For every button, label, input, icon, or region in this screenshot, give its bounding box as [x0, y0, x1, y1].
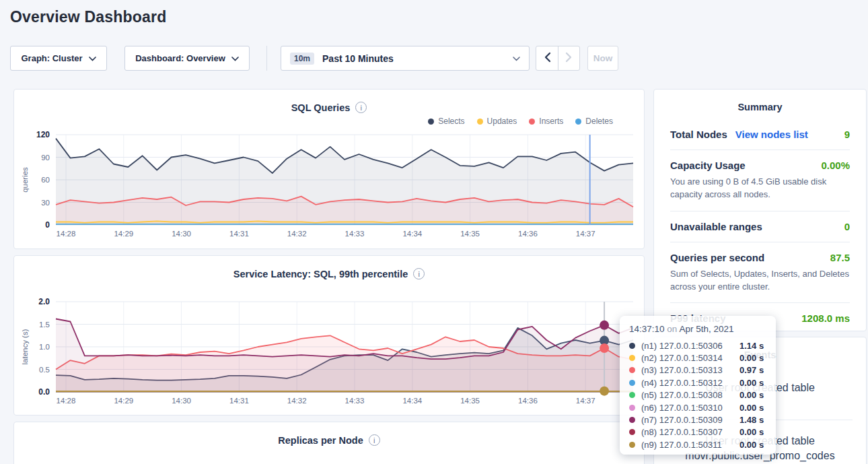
- summary-row: Queries per second87.5Sum of Selects, Up…: [670, 252, 850, 294]
- summary-panel: Summary Total NodesView nodes list9Capac…: [653, 89, 867, 331]
- page-title: Overview Dashboard: [10, 8, 166, 26]
- chevron-down-icon: [89, 53, 96, 63]
- time-range-badge: 10m: [290, 53, 314, 65]
- tooltip-row: (n8) 127.0.0.1:503070.00 s: [629, 426, 766, 438]
- next-range-button[interactable]: [558, 46, 579, 70]
- series-color-dot: [629, 380, 635, 386]
- tooltip-rows: (n1) 127.0.0.1:503061.14 s(n2) 127.0.0.1…: [629, 339, 766, 451]
- prev-range-button[interactable]: [536, 46, 558, 70]
- tooltip-node-label: (n2) 127.0.0.1:50314: [641, 353, 739, 363]
- tooltip-node-label: (n6) 127.0.0.1:50310: [641, 403, 739, 413]
- summary-row-top: Capacity Usage0.00%: [670, 160, 850, 171]
- tooltip-node-value: 0.97 s: [739, 365, 764, 375]
- service-latency-chart[interactable]: 14:2814:2914:3014:3114:3214:3314:3414:35…: [14, 256, 645, 416]
- summary-metric-value: 9: [844, 129, 850, 140]
- tooltip-row: (n5) 127.0.0.1:503080.00 s: [629, 389, 766, 401]
- chevron-right-icon: [565, 52, 573, 65]
- svg-text:0.0: 0.0: [38, 387, 50, 397]
- tooltip-node-value: 0.00 s: [739, 378, 764, 388]
- tooltip-row: (n6) 127.0.0.1:503100.00 s: [629, 401, 766, 413]
- summary-row: Unavailable ranges0: [670, 221, 850, 232]
- svg-text:14:28: 14:28: [57, 397, 76, 405]
- svg-text:1.5: 1.5: [39, 321, 50, 329]
- summary-divider: [670, 302, 850, 303]
- chart-title-text: Replicas per Node: [278, 435, 363, 446]
- svg-text:30: 30: [41, 199, 50, 207]
- summary-row-top: Total NodesView nodes list9: [670, 129, 850, 140]
- series-color-dot: [629, 392, 635, 398]
- summary-row: Capacity Usage0.00%You are using 0 B of …: [670, 160, 850, 201]
- tooltip-row: (n4) 127.0.0.1:503120.00 s: [629, 376, 766, 389]
- series-color-dot: [629, 429, 635, 435]
- tooltip-row: (n2) 127.0.0.1:503140.00 s: [629, 352, 766, 364]
- summary-divider: [670, 242, 850, 242]
- series-color-dot: [629, 405, 635, 411]
- svg-text:2.0: 2.0: [38, 297, 50, 306]
- tooltip-node-value: 0.00 s: [739, 427, 764, 437]
- summary-metric-label: Unavailable ranges: [670, 221, 762, 232]
- svg-text:14:32: 14:32: [287, 397, 307, 405]
- summary-metric-label: Total Nodes: [670, 129, 727, 140]
- tooltip-node-value: 0.00 s: [739, 390, 764, 400]
- svg-text:14:35: 14:35: [460, 230, 480, 238]
- summary-metric-desc: Sum of Selects, Updates, Inserts, and De…: [670, 268, 850, 294]
- series-color-dot: [629, 442, 635, 448]
- time-range-dropdown[interactable]: 10m Past 10 Minutes: [281, 46, 530, 71]
- svg-text:queries: queries: [21, 167, 29, 193]
- svg-text:14:31: 14:31: [229, 230, 249, 238]
- summary-row-top: Unavailable ranges0: [670, 221, 850, 232]
- chevron-down-icon: [231, 53, 239, 63]
- summary-row: Total NodesView nodes list9: [670, 129, 850, 140]
- svg-text:14:30: 14:30: [172, 397, 191, 405]
- service-latency-card: Service Latency: SQL, 99th percentile i …: [13, 255, 645, 416]
- svg-text:14:34: 14:34: [402, 230, 422, 238]
- tooltip-node-value: 0.00 s: [739, 403, 764, 413]
- tooltip-row: (n7) 127.0.0.1:503091.48 s: [629, 413, 766, 426]
- now-button[interactable]: Now: [587, 46, 618, 71]
- info-icon[interactable]: i: [369, 434, 380, 446]
- view-nodes-link[interactable]: View nodes list: [735, 129, 808, 140]
- summary-metric-value: 87.5: [830, 252, 850, 263]
- summary-rows: Total NodesView nodes list9Capacity Usag…: [670, 129, 850, 324]
- replicas-per-node-card: Replicas per Node i: [13, 422, 645, 464]
- summary-metric-value: 0: [844, 221, 850, 232]
- tooltip-on-word: on: [667, 324, 677, 334]
- svg-text:latency (s): latency (s): [21, 329, 29, 364]
- svg-text:14:33: 14:33: [345, 230, 365, 238]
- svg-text:14:37: 14:37: [576, 397, 595, 405]
- graph-dropdown[interactable]: Graph: Cluster: [10, 46, 107, 71]
- summary-metric-desc: You are using 0 B of 4.5 GiB usable disk…: [670, 176, 850, 201]
- time-range-pager: [536, 46, 580, 71]
- tooltip-node-value: 0.00 s: [739, 440, 764, 450]
- tooltip-node-value: 1.14 s: [739, 341, 764, 351]
- dashboard-dropdown-label: Dashboard: Overview: [135, 53, 225, 63]
- summary-metric-label: Capacity Usage: [670, 160, 746, 171]
- dashboard-dropdown[interactable]: Dashboard: Overview: [124, 46, 250, 71]
- summary-metric-label: Queries per second: [670, 252, 764, 263]
- time-range-label: Past 10 Minutes: [322, 53, 394, 64]
- sql-queries-chart[interactable]: 14:2814:2914:3014:3114:3214:3314:3414:35…: [14, 90, 645, 250]
- svg-text:14:32: 14:32: [287, 230, 307, 238]
- tooltip-node-label: (n4) 127.0.0.1:50312: [641, 378, 739, 388]
- summary-row-top: Queries per second87.5: [670, 252, 850, 263]
- svg-text:14:33: 14:33: [345, 397, 365, 405]
- tooltip-row: (n1) 127.0.0.1:503061.14 s: [629, 339, 766, 352]
- svg-text:14:28: 14:28: [57, 230, 76, 238]
- svg-text:14:31: 14:31: [229, 397, 249, 405]
- tooltip-node-label: (n5) 127.0.0.1:50308: [641, 390, 739, 400]
- tooltip-node-value: 1.48 s: [739, 415, 764, 425]
- svg-text:120: 120: [36, 130, 50, 139]
- sql-queries-card: SQL Queries i SelectsUpdatesInsertsDelet…: [13, 89, 645, 249]
- toolbar-divider: [266, 46, 267, 71]
- chevron-down-icon: [513, 53, 520, 63]
- svg-text:14:30: 14:30: [172, 230, 191, 238]
- tooltip-row: (n3) 127.0.0.1:503130.97 s: [629, 364, 766, 376]
- series-color-dot: [629, 343, 635, 349]
- svg-text:14:37: 14:37: [576, 230, 595, 238]
- replicas-per-node-title: Replicas per Node i: [14, 434, 644, 446]
- svg-text:60: 60: [41, 176, 50, 184]
- summary-divider: [670, 150, 850, 150]
- svg-text:14:29: 14:29: [114, 397, 133, 405]
- summary-title: Summary: [670, 102, 850, 112]
- svg-text:0: 0: [45, 220, 50, 230]
